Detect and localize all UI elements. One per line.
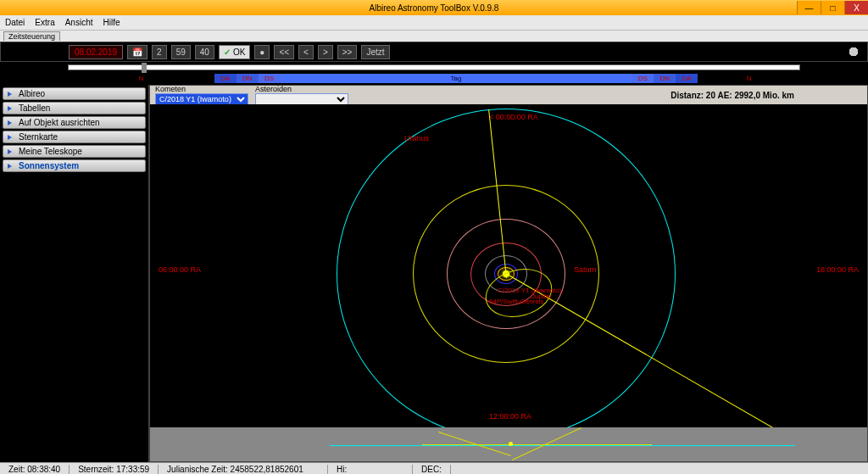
time-slider-thumb[interactable] <box>142 63 147 73</box>
time-toolbar: 08.02.2019 📅 2 59 40 OK ● << < > >> Jetz… <box>0 42 868 62</box>
sideview-sun <box>509 442 513 446</box>
side-view-panel <box>150 427 867 461</box>
selector-bar: Kometen C/2018 Y1 (Iwamoto) Asteroiden D… <box>150 86 867 104</box>
status-sternzeit: Sternzeit: 17:33:59 <box>70 465 159 474</box>
time-slider-bar <box>0 62 868 74</box>
ds-segment-2: DS <box>632 74 654 83</box>
close-button[interactable]: X <box>844 1 868 14</box>
comet-label: C/2018 Y1 (Iwamoto) <box>498 287 561 294</box>
status-zeit: Zeit: 08:38:40 <box>0 465 70 474</box>
sidebar-item-sternkarte[interactable]: Sternkarte <box>3 131 146 143</box>
tab-zeitsteuerung[interactable]: Zeitsteuerung <box>3 31 60 41</box>
day-bar: N DA DN DS Tag DS DN DA N <box>0 74 868 85</box>
status-dec: DEC: <box>413 465 451 474</box>
maximize-button[interactable]: □ <box>821 1 844 14</box>
uranus-label: Uranus <box>404 134 429 142</box>
sideview-uranus-line <box>330 445 796 446</box>
calendar-button[interactable]: 📅 <box>127 45 147 59</box>
tag-segment: Tag <box>281 74 632 83</box>
da-segment-2: DA <box>676 74 698 83</box>
rewind-button[interactable]: << <box>274 45 294 59</box>
ok-button[interactable]: OK <box>219 45 250 59</box>
sidebar-item-sonnensystem[interactable]: Sonnensystem <box>3 159 146 172</box>
ra-18-label: 18:00:00 RA <box>816 265 859 274</box>
sub-tab-bar: Zeitsteuerung <box>0 30 868 42</box>
kometen-select[interactable]: C/2018 Y1 (Iwamoto) <box>155 93 248 105</box>
sidebar: Albireo Tabellen Auf Objekt ausrichten S… <box>0 85 149 462</box>
forward-button[interactable]: > <box>318 45 333 59</box>
menu-extra[interactable]: Extra <box>35 18 54 27</box>
sidebar-item-tabellen[interactable]: Tabellen <box>3 102 146 114</box>
dn-segment-2: DN <box>654 74 676 83</box>
asteroiden-label: Asteroiden <box>255 85 348 93</box>
ds-segment-1: DS <box>259 74 281 83</box>
menu-ansicht[interactable]: Ansicht <box>65 18 93 27</box>
status-bar: Zeit: 08:38:40 Sternzeit: 17:33:59 Julia… <box>0 462 868 474</box>
saturn-label: Saturn <box>574 265 597 274</box>
date-field[interactable]: 08.02.2019 <box>69 45 123 59</box>
window-title: Albireo Astronomy ToolBox V.0.9.8 <box>370 3 499 13</box>
solar-system-canvas[interactable]: < 00:00:00 RA 06:00:00 RA 18:00:00 RA 12… <box>150 104 867 461</box>
sidebar-item-teleskope[interactable]: Meine Teleskope <box>3 145 146 158</box>
menu-bar: Datei Extra Ansicht Hilfe <box>0 15 868 30</box>
fast-forward-button[interactable]: >> <box>337 45 358 59</box>
main-panel: Kometen C/2018 Y1 (Iwamoto) Asteroiden D… <box>149 85 868 462</box>
now-button[interactable]: Jetzt <box>361 45 389 59</box>
moon-phase-icon <box>842 43 859 60</box>
spin-hours[interactable]: 2 <box>152 45 167 59</box>
record-button[interactable]: ● <box>254 45 270 59</box>
sidebar-item-auf-objekt[interactable]: Auf Objekt ausrichten <box>3 116 146 129</box>
window-controls: — □ X <box>797 1 868 14</box>
status-julian: Julianische Zeit: 2458522,81852601 <box>159 465 328 474</box>
menu-hilfe[interactable]: Hilfe <box>103 18 120 27</box>
ra-06-label: 06:00:00 RA <box>159 265 201 274</box>
back-button[interactable]: < <box>298 45 314 59</box>
asteroiden-select[interactable] <box>255 93 348 105</box>
kometen-label: Kometen <box>155 85 248 93</box>
spin-seconds[interactable]: 40 <box>195 45 214 59</box>
swift-label: 64P/Swift-Gehrels <box>489 298 543 305</box>
sidebar-item-albireo[interactable]: Albireo <box>3 87 146 100</box>
title-bar: Albireo Astronomy ToolBox V.0.9.8 — □ X <box>0 0 868 15</box>
minimize-button[interactable]: — <box>797 1 821 14</box>
night-segment-left: N <box>68 74 214 83</box>
sideview-saturn-line <box>422 444 652 445</box>
da-segment-1: DA <box>214 74 236 83</box>
spin-minutes[interactable]: 59 <box>171 45 191 59</box>
status-hi: Hi: <box>328 465 413 474</box>
time-slider-track[interactable] <box>68 64 800 70</box>
content-area: Albireo Tabellen Auf Objekt ausrichten S… <box>0 85 868 462</box>
distance-display: Distanz: 20 AE: 2992,0 Mio. km <box>670 91 794 100</box>
night-segment-right: N <box>698 74 800 83</box>
menu-datei[interactable]: Datei <box>5 18 25 27</box>
dn-segment-1: DN <box>236 74 259 83</box>
